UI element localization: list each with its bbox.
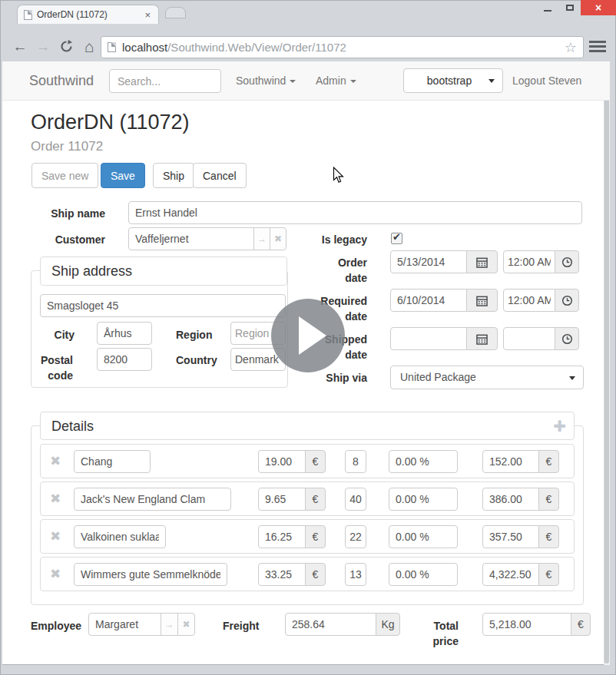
- unit-price-input[interactable]: [258, 450, 306, 473]
- is-legacy-checkbox[interactable]: ✔: [391, 233, 402, 244]
- order-time-input[interactable]: [503, 250, 555, 273]
- shipped-date-input[interactable]: [390, 327, 467, 350]
- unit-price-input[interactable]: [258, 488, 306, 511]
- unit-price-input[interactable]: [258, 563, 306, 586]
- logout-link[interactable]: Logout Steven: [512, 61, 581, 101]
- scrollbar-thumb[interactable]: [604, 62, 609, 663]
- navbar-menu-southwind[interactable]: Southwind: [236, 61, 296, 101]
- customer-input[interactable]: [128, 227, 254, 250]
- required-time-input[interactable]: [503, 289, 555, 312]
- subtotal-input[interactable]: [482, 525, 539, 548]
- cancel-button[interactable]: Cancel: [193, 163, 247, 188]
- discount-input[interactable]: [389, 488, 458, 511]
- discount-input[interactable]: [389, 563, 458, 586]
- shipped-time-clock-button[interactable]: [555, 327, 579, 350]
- discount-input[interactable]: [389, 450, 458, 473]
- shipped-date-calendar-button[interactable]: [466, 327, 498, 350]
- window-minimize-button[interactable]: [536, 0, 558, 15]
- search-input[interactable]: [109, 69, 221, 93]
- discount-input[interactable]: [389, 525, 458, 548]
- freight-unit-addon: Kg: [376, 613, 400, 636]
- quantity-input[interactable]: [345, 563, 366, 586]
- order-date-calendar-button[interactable]: [466, 250, 498, 273]
- customer-navigate-button[interactable]: →: [253, 227, 270, 250]
- required-date-calendar-button[interactable]: [466, 289, 498, 312]
- navbar-brand[interactable]: Southwind: [29, 61, 94, 101]
- product-input[interactable]: [74, 488, 231, 511]
- address-input[interactable]: [40, 294, 286, 317]
- region-label: Region: [176, 327, 230, 342]
- ship-name-label: Ship name: [15, 206, 105, 221]
- details-legend: Details ✚: [40, 412, 575, 440]
- quantity-input[interactable]: [345, 525, 366, 548]
- play-overlay-button[interactable]: [271, 299, 345, 372]
- forward-button: →: [32, 35, 54, 58]
- save-new-button[interactable]: Save new: [31, 163, 98, 188]
- checkmark-icon: ✔: [392, 231, 401, 243]
- refresh-icon: [60, 40, 73, 53]
- tab-close-icon[interactable]: ×: [143, 9, 152, 21]
- product-input[interactable]: [74, 450, 151, 473]
- order-time-clock-button[interactable]: [555, 250, 579, 273]
- customer-clear-button[interactable]: ✖: [270, 227, 286, 250]
- freight-label: Freight: [223, 618, 269, 634]
- browser-window: OrderDN (11072) × × ← → ⌂ localhost/Sout…: [0, 0, 616, 675]
- window-maximize-button[interactable]: [558, 0, 581, 15]
- ship-via-label: Ship via: [313, 370, 367, 385]
- shipped-time-input[interactable]: [503, 327, 555, 350]
- freight-input[interactable]: [285, 613, 376, 636]
- required-time-clock-button[interactable]: [555, 289, 579, 312]
- currency-addon: €: [538, 488, 559, 511]
- order-date-input[interactable]: [390, 250, 467, 273]
- add-detail-button[interactable]: ✚: [553, 412, 566, 440]
- required-date-input[interactable]: [390, 289, 467, 312]
- remove-row-icon[interactable]: ✖: [50, 491, 61, 507]
- total-price-input[interactable]: [482, 613, 571, 636]
- product-input[interactable]: [74, 525, 166, 548]
- ship-button[interactable]: Ship: [153, 163, 194, 188]
- quantity-input[interactable]: [345, 450, 366, 473]
- postal-code-input[interactable]: [97, 348, 152, 371]
- mouse-cursor-icon: [333, 167, 344, 184]
- employee-input[interactable]: [88, 613, 161, 636]
- back-button[interactable]: ←: [9, 35, 31, 58]
- address-bar[interactable]: localhost/Southwind.Web/View/Order/11072…: [101, 36, 584, 58]
- clock-icon: [561, 256, 573, 268]
- page-subtitle: Order 11072: [31, 139, 103, 154]
- product-input[interactable]: [74, 563, 227, 586]
- subtotal-input[interactable]: [482, 488, 539, 511]
- order-date-label: Order date: [313, 255, 367, 286]
- employee-clear-button[interactable]: ✖: [177, 613, 195, 636]
- hamburger-icon: [589, 41, 606, 43]
- clock-icon: [561, 333, 573, 345]
- new-tab-button[interactable]: [165, 7, 186, 18]
- detail-row: ✖ € €: [40, 481, 575, 516]
- url-host: localhost: [122, 41, 167, 54]
- remove-row-icon[interactable]: ✖: [50, 453, 61, 469]
- home-button[interactable]: ⌂: [78, 35, 100, 58]
- subtotal-input[interactable]: [482, 450, 539, 473]
- save-button[interactable]: Save: [101, 163, 145, 188]
- remove-row-icon[interactable]: ✖: [50, 528, 61, 544]
- clear-x-icon: ✖: [182, 619, 190, 630]
- subtotal-input[interactable]: [482, 563, 539, 586]
- navbar-menu-admin[interactable]: Admin: [316, 61, 356, 101]
- ship-via-select[interactable]: United Package: [390, 366, 584, 389]
- remove-row-icon[interactable]: ✖: [50, 566, 61, 582]
- refresh-button[interactable]: [55, 35, 77, 53]
- select-caret-icon: [569, 376, 575, 380]
- employee-navigate-button[interactable]: →: [161, 613, 178, 636]
- window-close-button[interactable]: ×: [581, 0, 616, 15]
- bookmark-star-icon[interactable]: ☆: [565, 39, 577, 56]
- browser-menu-button[interactable]: [589, 41, 606, 53]
- ship-name-input[interactable]: [128, 201, 582, 224]
- url-path: /Southwind.Web/View/Order/11072: [167, 41, 346, 54]
- theme-select[interactable]: bootstrap: [403, 68, 503, 93]
- currency-addon: €: [305, 450, 326, 473]
- browser-tab[interactable]: OrderDN (11072) ×: [17, 5, 159, 24]
- total-currency-addon: €: [571, 613, 591, 636]
- city-input[interactable]: [97, 322, 152, 345]
- city-label: City: [40, 327, 75, 342]
- quantity-input[interactable]: [345, 488, 366, 511]
- unit-price-input[interactable]: [258, 525, 306, 548]
